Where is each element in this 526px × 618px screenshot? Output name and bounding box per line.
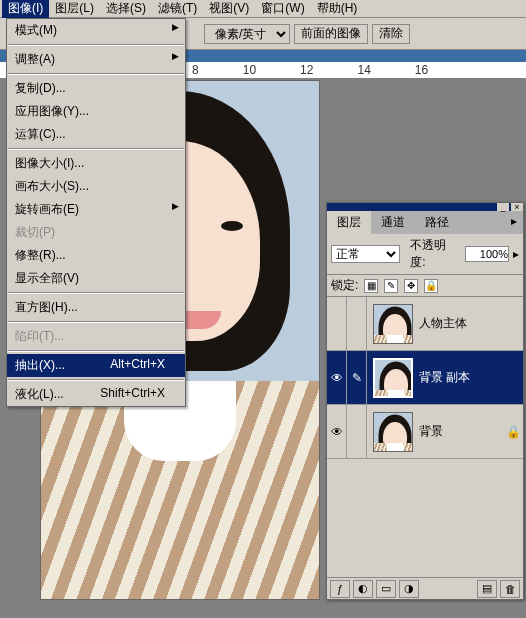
visibility-toggle[interactable]: 👁	[327, 351, 347, 405]
opacity-label: 不透明度:	[410, 237, 461, 271]
menu-item[interactable]: 应用图像(Y)...	[7, 100, 185, 123]
opacity-arrow-icon[interactable]: ▸	[513, 247, 519, 261]
front-image-button[interactable]: 前面的图像	[294, 24, 368, 44]
layer-row[interactable]: 人物主体	[327, 297, 523, 351]
blend-mode-select[interactable]: 正常	[331, 245, 400, 263]
delete-layer-icon[interactable]: 🗑	[500, 580, 520, 598]
menu-item[interactable]: 图层(L)	[49, 0, 100, 18]
ruler-tick: 12	[300, 63, 313, 77]
visibility-toggle[interactable]: 👁	[327, 405, 347, 459]
menu-item[interactable]: 模式(M)▶	[7, 19, 185, 42]
close-icon[interactable]: ×	[511, 203, 523, 211]
minimize-icon[interactable]: _	[497, 203, 509, 211]
layer-row[interactable]: 👁✎背景 副本	[327, 351, 523, 405]
image-menu-dropdown: 模式(M)▶调整(A)▶复制(D)...应用图像(Y)...运算(C)...图像…	[6, 18, 186, 407]
menu-item[interactable]: 帮助(H)	[311, 0, 364, 18]
lock-position-icon[interactable]: ✥	[404, 279, 418, 293]
unit-select[interactable]: 像素/英寸	[204, 24, 290, 44]
menu-item[interactable]: 陷印(T)...	[7, 325, 185, 348]
layer-style-icon[interactable]: ƒ	[330, 580, 350, 598]
menu-item[interactable]: 修整(R)...	[7, 244, 185, 267]
menu-item[interactable]: 图像大小(I)...	[7, 152, 185, 175]
layer-thumbnail[interactable]	[373, 412, 413, 452]
clear-button[interactable]: 清除	[372, 24, 410, 44]
layers-list: 人物主体👁✎背景 副本👁背景🔒	[327, 297, 523, 577]
layer-name[interactable]: 背景	[419, 423, 503, 440]
layer-name[interactable]: 人物主体	[419, 315, 523, 332]
link-toggle[interactable]	[347, 297, 367, 351]
ruler-tick: 14	[357, 63, 370, 77]
menu-item[interactable]: 图像(I)	[2, 0, 49, 18]
layers-panel: _ × 图层通道路径▸ 正常 不透明度: ▸ 锁定: ▦ ✎ ✥ 🔒 人物主体👁…	[326, 202, 524, 600]
layer-mask-icon[interactable]: ◐	[353, 580, 373, 598]
panel-tabs: 图层通道路径▸	[327, 211, 523, 234]
menu-item[interactable]: 液化(L)...Shift+Ctrl+X	[7, 383, 185, 406]
menu-item[interactable]: 调整(A)▶	[7, 48, 185, 71]
menu-item[interactable]: 选择(S)	[100, 0, 152, 18]
menu-item[interactable]: 旋转画布(E)▶	[7, 198, 185, 221]
menu-item[interactable]: 窗口(W)	[255, 0, 310, 18]
menu-item[interactable]: 显示全部(V)	[7, 267, 185, 290]
link-toggle[interactable]	[347, 405, 367, 459]
lock-label: 锁定:	[331, 277, 358, 294]
lock-all-icon[interactable]: 🔒	[424, 279, 438, 293]
layer-name[interactable]: 背景 副本	[419, 369, 523, 386]
menu-item[interactable]: 画布大小(S)...	[7, 175, 185, 198]
ruler-tick: 8	[192, 63, 199, 77]
panel-options-icon[interactable]: ▸	[505, 211, 523, 234]
ruler-tick: 10	[243, 63, 256, 77]
adjustment-layer-icon[interactable]: ◑	[399, 580, 419, 598]
ruler-tick: 16	[415, 63, 428, 77]
menu-item[interactable]: 滤镜(T)	[152, 0, 203, 18]
menu-item[interactable]: 抽出(X)...Alt+Ctrl+X	[7, 354, 185, 377]
opacity-input[interactable]	[465, 246, 509, 262]
visibility-toggle[interactable]	[327, 297, 347, 351]
menu-item[interactable]: 复制(D)...	[7, 77, 185, 100]
link-toggle[interactable]: ✎	[347, 351, 367, 405]
panel-tab[interactable]: 路径	[415, 211, 459, 234]
menu-item[interactable]: 直方图(H)...	[7, 296, 185, 319]
panel-footer: ƒ ◐ ▭ ◑ ▤ 🗑	[327, 577, 523, 599]
layer-thumbnail[interactable]	[373, 304, 413, 344]
menu-item[interactable]: 视图(V)	[203, 0, 255, 18]
menu-item[interactable]: 运算(C)...	[7, 123, 185, 146]
panel-tab[interactable]: 通道	[371, 211, 415, 234]
layer-thumbnail[interactable]	[373, 358, 413, 398]
layer-row[interactable]: 👁背景🔒	[327, 405, 523, 459]
layer-set-icon[interactable]: ▭	[376, 580, 396, 598]
lock-transparency-icon[interactable]: ▦	[364, 279, 378, 293]
lock-icon: 🔒	[503, 425, 523, 439]
new-layer-icon[interactable]: ▤	[477, 580, 497, 598]
menu-item[interactable]: 裁切(P)	[7, 221, 185, 244]
panel-titlebar[interactable]: _ ×	[327, 203, 523, 211]
panel-tab[interactable]: 图层	[327, 211, 371, 234]
lock-paint-icon[interactable]: ✎	[384, 279, 398, 293]
menubar: 图像(I)图层(L)选择(S)滤镜(T)视图(V)窗口(W)帮助(H)	[0, 0, 526, 18]
